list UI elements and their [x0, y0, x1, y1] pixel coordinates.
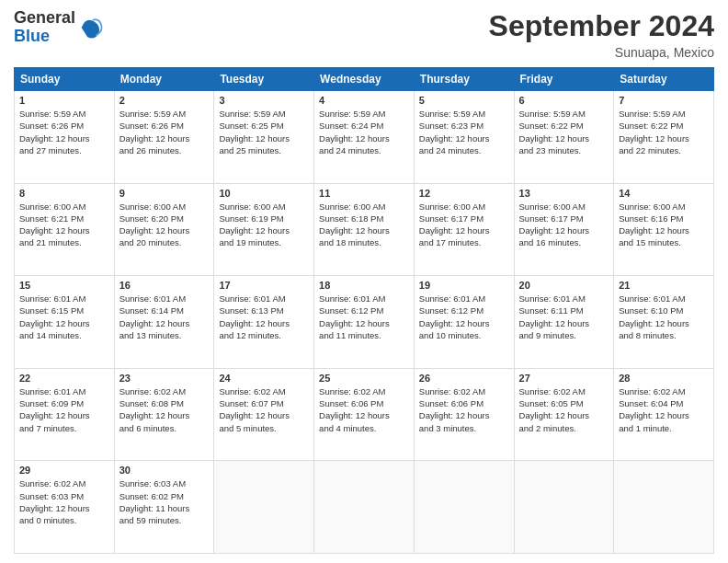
calendar-cell: 21 Sunrise: 6:01 AMSunset: 6:10 PMDaylig…	[614, 276, 714, 369]
day-info: Sunrise: 6:01 AMSunset: 6:14 PMDaylight:…	[119, 293, 210, 341]
day-info: Sunrise: 6:01 AMSunset: 6:12 PMDaylight:…	[319, 293, 409, 341]
calendar-cell: 25 Sunrise: 6:02 AMSunset: 6:06 PMDaylig…	[314, 368, 415, 461]
day-number: 3	[219, 95, 309, 106]
day-number: 24	[219, 373, 309, 384]
calendar-header-thursday: Thursday	[414, 68, 514, 91]
calendar-header-tuesday: Tuesday	[214, 68, 314, 91]
title-block: September 2024 Sunuapa, Mexico	[489, 9, 714, 60]
day-number: 29	[19, 465, 109, 476]
calendar-cell: 30 Sunrise: 6:03 AMSunset: 6:02 PMDaylig…	[114, 461, 214, 554]
calendar-cell: 11 Sunrise: 6:00 AMSunset: 6:18 PMDaylig…	[314, 183, 415, 276]
day-info: Sunrise: 6:00 AMSunset: 6:19 PMDaylight:…	[219, 201, 309, 249]
day-number: 18	[319, 280, 409, 291]
day-number: 21	[619, 280, 709, 291]
day-info: Sunrise: 5:59 AMSunset: 6:25 PMDaylight:…	[219, 108, 309, 156]
day-number: 11	[319, 188, 409, 199]
header: General Blue September 2024 Sunuapa, Mex…	[14, 9, 714, 60]
calendar-header-saturday: Saturday	[614, 68, 714, 91]
day-number: 7	[619, 95, 709, 106]
day-info: Sunrise: 6:00 AMSunset: 6:17 PMDaylight:…	[519, 201, 609, 249]
calendar-cell: 23 Sunrise: 6:02 AMSunset: 6:08 PMDaylig…	[114, 368, 214, 461]
calendar-cell: 29 Sunrise: 6:02 AMSunset: 6:03 PMDaylig…	[15, 461, 115, 554]
day-info: Sunrise: 5:59 AMSunset: 6:22 PMDaylight:…	[519, 108, 609, 156]
day-info: Sunrise: 6:01 AMSunset: 6:12 PMDaylight:…	[419, 293, 509, 341]
calendar-cell: 17 Sunrise: 6:01 AMSunset: 6:13 PMDaylig…	[214, 276, 314, 369]
calendar-week-5: 29 Sunrise: 6:02 AMSunset: 6:03 PMDaylig…	[15, 461, 714, 554]
calendar-cell: 15 Sunrise: 6:01 AMSunset: 6:15 PMDaylig…	[15, 276, 115, 369]
day-number: 28	[619, 373, 709, 384]
calendar-cell: 24 Sunrise: 6:02 AMSunset: 6:07 PMDaylig…	[214, 368, 314, 461]
calendar-cell: 1 Sunrise: 5:59 AMSunset: 6:26 PMDayligh…	[15, 91, 115, 184]
calendar-week-4: 22 Sunrise: 6:01 AMSunset: 6:09 PMDaylig…	[15, 368, 714, 461]
calendar-header-sunday: Sunday	[15, 68, 115, 91]
calendar-header-wednesday: Wednesday	[314, 68, 415, 91]
calendar-cell: 9 Sunrise: 6:00 AMSunset: 6:20 PMDayligh…	[114, 183, 214, 276]
day-info: Sunrise: 5:59 AMSunset: 6:26 PMDaylight:…	[19, 108, 109, 156]
calendar-cell	[514, 461, 614, 554]
day-number: 25	[319, 373, 409, 384]
month-title: September 2024	[489, 9, 714, 43]
day-info: Sunrise: 6:00 AMSunset: 6:18 PMDaylight:…	[319, 201, 409, 249]
day-info: Sunrise: 5:59 AMSunset: 6:24 PMDaylight:…	[319, 108, 409, 156]
calendar-header-monday: Monday	[114, 68, 214, 91]
day-number: 17	[219, 280, 309, 291]
day-info: Sunrise: 6:00 AMSunset: 6:17 PMDaylight:…	[419, 201, 509, 249]
day-info: Sunrise: 5:59 AMSunset: 6:22 PMDaylight:…	[619, 108, 709, 156]
calendar-header-row: SundayMondayTuesdayWednesdayThursdayFrid…	[15, 68, 714, 91]
day-number: 1	[19, 95, 109, 106]
calendar-cell	[314, 461, 415, 554]
page: General Blue September 2024 Sunuapa, Mex…	[0, 0, 728, 563]
calendar-week-1: 1 Sunrise: 5:59 AMSunset: 6:26 PMDayligh…	[15, 91, 714, 184]
calendar-cell: 10 Sunrise: 6:00 AMSunset: 6:19 PMDaylig…	[214, 183, 314, 276]
day-info: Sunrise: 6:02 AMSunset: 6:08 PMDaylight:…	[119, 385, 210, 434]
day-number: 13	[519, 188, 609, 199]
day-number: 8	[19, 188, 109, 199]
calendar-cell: 6 Sunrise: 5:59 AMSunset: 6:22 PMDayligh…	[514, 91, 614, 184]
logo: General Blue	[14, 9, 103, 46]
calendar-cell: 12 Sunrise: 6:00 AMSunset: 6:17 PMDaylig…	[414, 183, 514, 276]
calendar-cell: 14 Sunrise: 6:00 AMSunset: 6:16 PMDaylig…	[614, 183, 714, 276]
day-number: 16	[119, 280, 210, 291]
day-info: Sunrise: 6:02 AMSunset: 6:06 PMDaylight:…	[419, 385, 509, 434]
day-info: Sunrise: 6:00 AMSunset: 6:20 PMDaylight:…	[119, 201, 210, 249]
calendar-cell: 5 Sunrise: 5:59 AMSunset: 6:23 PMDayligh…	[414, 91, 514, 184]
day-number: 2	[119, 95, 210, 106]
calendar-cell: 19 Sunrise: 6:01 AMSunset: 6:12 PMDaylig…	[414, 276, 514, 369]
day-number: 6	[519, 95, 609, 106]
location-subtitle: Sunuapa, Mexico	[489, 45, 714, 60]
day-number: 15	[19, 280, 109, 291]
calendar-cell: 4 Sunrise: 5:59 AMSunset: 6:24 PMDayligh…	[314, 91, 415, 184]
calendar-cell: 13 Sunrise: 6:00 AMSunset: 6:17 PMDaylig…	[514, 183, 614, 276]
calendar-cell	[414, 461, 514, 554]
day-number: 4	[319, 95, 409, 106]
calendar-body: 1 Sunrise: 5:59 AMSunset: 6:26 PMDayligh…	[15, 91, 714, 554]
day-info: Sunrise: 6:00 AMSunset: 6:21 PMDaylight:…	[19, 201, 109, 249]
calendar-cell: 20 Sunrise: 6:01 AMSunset: 6:11 PMDaylig…	[514, 276, 614, 369]
calendar-cell: 28 Sunrise: 6:02 AMSunset: 6:04 PMDaylig…	[614, 368, 714, 461]
day-info: Sunrise: 6:01 AMSunset: 6:15 PMDaylight:…	[19, 293, 109, 341]
day-number: 20	[519, 280, 609, 291]
day-info: Sunrise: 6:01 AMSunset: 6:13 PMDaylight:…	[219, 293, 309, 341]
day-number: 12	[419, 188, 509, 199]
day-number: 14	[619, 188, 709, 199]
day-number: 30	[119, 465, 210, 476]
calendar-cell: 18 Sunrise: 6:01 AMSunset: 6:12 PMDaylig…	[314, 276, 415, 369]
calendar-week-2: 8 Sunrise: 6:00 AMSunset: 6:21 PMDayligh…	[15, 183, 714, 276]
day-info: Sunrise: 5:59 AMSunset: 6:26 PMDaylight:…	[119, 108, 210, 156]
calendar-header-friday: Friday	[514, 68, 614, 91]
day-info: Sunrise: 6:02 AMSunset: 6:05 PMDaylight:…	[519, 385, 609, 434]
day-number: 19	[419, 280, 509, 291]
calendar-cell: 7 Sunrise: 5:59 AMSunset: 6:22 PMDayligh…	[614, 91, 714, 184]
day-number: 22	[19, 373, 109, 384]
calendar-cell: 27 Sunrise: 6:02 AMSunset: 6:05 PMDaylig…	[514, 368, 614, 461]
day-info: Sunrise: 6:02 AMSunset: 6:06 PMDaylight:…	[319, 385, 409, 434]
day-info: Sunrise: 6:01 AMSunset: 6:11 PMDaylight:…	[519, 293, 609, 341]
calendar-cell: 3 Sunrise: 5:59 AMSunset: 6:25 PMDayligh…	[214, 91, 314, 184]
day-number: 10	[219, 188, 309, 199]
logo-text: General Blue	[14, 9, 75, 46]
calendar-cell: 26 Sunrise: 6:02 AMSunset: 6:06 PMDaylig…	[414, 368, 514, 461]
day-number: 5	[419, 95, 509, 106]
day-info: Sunrise: 6:03 AMSunset: 6:02 PMDaylight:…	[119, 477, 210, 526]
day-info: Sunrise: 6:00 AMSunset: 6:16 PMDaylight:…	[619, 201, 709, 249]
calendar-cell	[614, 461, 714, 554]
